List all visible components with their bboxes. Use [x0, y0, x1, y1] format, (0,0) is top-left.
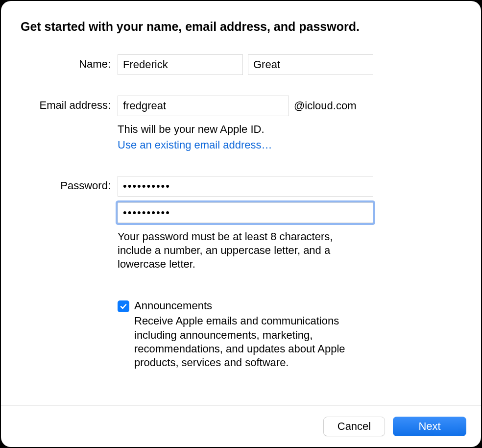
use-existing-email-link[interactable]: Use an existing email address…: [118, 139, 461, 151]
name-fields: [118, 54, 461, 75]
password-input[interactable]: [118, 176, 373, 197]
password-confirm-input[interactable]: [118, 202, 373, 223]
email-label: Email address:: [21, 96, 118, 112]
cancel-button[interactable]: Cancel: [323, 417, 385, 436]
announcements-label: Announcements: [134, 299, 212, 312]
name-row: Name:: [21, 54, 461, 75]
email-hint: This will be your new Apple ID.: [118, 123, 461, 136]
announcements-description: Receive Apple emails and communications …: [134, 314, 369, 370]
password-hint: Your password must be at least 8 charact…: [118, 230, 367, 271]
checkmark-icon: [120, 302, 127, 310]
dialog-title: Get started with your name, email addres…: [21, 20, 461, 34]
checkbox-wrapper: Announcements: [118, 299, 461, 312]
announcements-row: Announcements Receive Apple emails and c…: [21, 299, 461, 370]
last-name-input[interactable]: [248, 54, 373, 75]
password-fields: Your password must be at least 8 charact…: [118, 176, 461, 271]
email-row: Email address: @icloud.com This will be …: [21, 96, 461, 151]
first-name-input[interactable]: [118, 54, 243, 75]
email-wrapper: @icloud.com: [118, 96, 461, 116]
dialog-content: Get started with your name, email addres…: [1, 1, 481, 405]
password-row: Password: Your password must be at least…: [21, 176, 461, 271]
checkbox-field: Announcements Receive Apple emails and c…: [118, 299, 461, 370]
password-label: Password:: [21, 176, 118, 192]
empty-label: [21, 299, 118, 303]
email-domain-suffix: @icloud.com: [294, 100, 357, 112]
email-local-input[interactable]: [118, 96, 289, 116]
setup-dialog: Get started with your name, email addres…: [1, 1, 481, 447]
email-fields: @icloud.com This will be your new Apple …: [118, 96, 461, 151]
announcements-checkbox[interactable]: [118, 300, 129, 312]
next-button[interactable]: Next: [393, 417, 466, 436]
password-confirm-row: [118, 202, 461, 223]
name-label: Name:: [21, 54, 118, 71]
dialog-footer: Cancel Next: [1, 405, 481, 447]
